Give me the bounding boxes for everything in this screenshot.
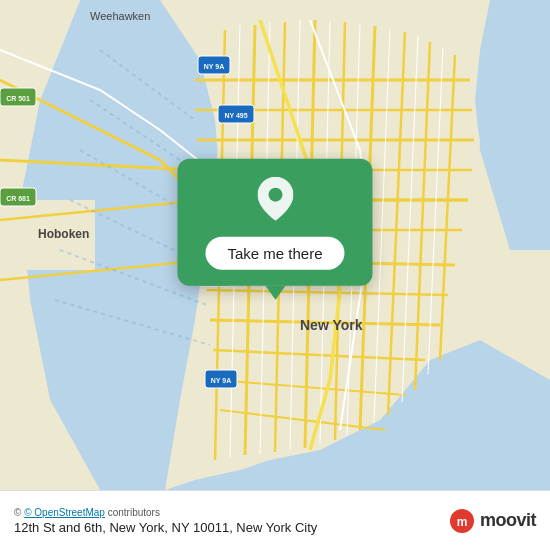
svg-text:Hoboken: Hoboken	[38, 227, 89, 241]
svg-text:NY 9A: NY 9A	[204, 63, 225, 70]
attribution-symbol: ©	[14, 507, 24, 518]
popup-card: Take me there	[177, 159, 372, 286]
location-pin-icon	[257, 177, 293, 225]
svg-point-49	[268, 188, 282, 202]
bottom-bar: © © OpenStreetMap contributors 12th St a…	[0, 490, 550, 550]
openstreetmap-link[interactable]: © OpenStreetMap	[24, 507, 105, 518]
moovit-text: moovit	[480, 510, 536, 531]
svg-text:NY 495: NY 495	[224, 112, 247, 119]
address-area: © © OpenStreetMap contributors 12th St a…	[14, 507, 317, 535]
address-text: 12th St and 6th, New York, NY 10011, New…	[14, 520, 317, 535]
svg-text:New York: New York	[300, 317, 363, 333]
svg-text:Weehawken: Weehawken	[90, 10, 150, 22]
map-container[interactable]: NY 9A NY 9A NY 9A NY 495 CR 501 CR 681 H…	[0, 0, 550, 490]
svg-text:m: m	[457, 515, 468, 529]
svg-text:CR 681: CR 681	[6, 195, 30, 202]
attribution-line: © © OpenStreetMap contributors	[14, 507, 317, 518]
moovit-brand-icon: m	[448, 507, 476, 535]
moovit-logo[interactable]: m moovit	[448, 507, 536, 535]
take-me-there-button[interactable]: Take me there	[205, 237, 344, 270]
contributors-label: contributors	[108, 507, 160, 518]
svg-text:NY 9A: NY 9A	[211, 377, 232, 384]
svg-text:CR 501: CR 501	[6, 95, 30, 102]
